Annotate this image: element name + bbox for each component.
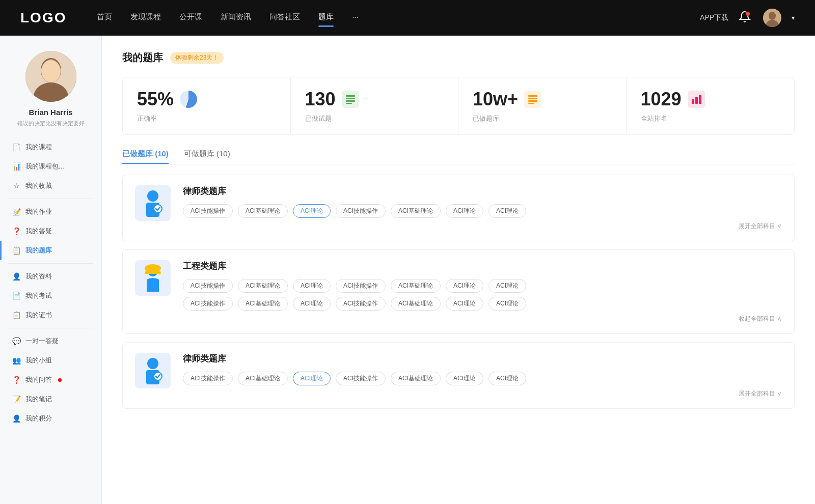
tag[interactable]: ACI基础理论 — [391, 297, 441, 311]
tag[interactable]: ACI理论 — [293, 279, 331, 293]
tag[interactable]: ACI理论 — [488, 204, 526, 218]
svg-rect-17 — [695, 97, 698, 104]
nav-news[interactable]: 新闻资讯 — [221, 12, 251, 24]
expand-link-lawyer1[interactable]: 展开全部科目 ∨ — [183, 222, 782, 231]
tag[interactable]: ACI理论 — [488, 297, 526, 311]
sidebar-item-my-qa[interactable]: ❓ 我的问答 — [0, 370, 101, 389]
user-avatar[interactable] — [763, 9, 781, 27]
tab-done[interactable]: 已做题库 (10) — [122, 149, 169, 164]
tag[interactable]: ACI技能操作 — [336, 372, 386, 385]
table-blue-icon — [342, 91, 359, 108]
favorites-icon: ☆ — [12, 182, 20, 190]
svg-rect-18 — [699, 95, 701, 104]
nav-more[interactable]: ··· — [352, 12, 359, 24]
question-bank-icon: 📋 — [12, 246, 20, 255]
tabs: 已做题库 (10) 可做题库 (10) — [122, 149, 795, 164]
svg-point-7 — [41, 60, 61, 82]
tag[interactable]: ACI基础理论 — [391, 372, 441, 385]
sidebar-menu: 📄 我的课程 📊 我的课程包... ☆ 我的收藏 📝 我的作业 ❓ 我的答疑 � — [0, 137, 101, 428]
trial-badge: 体验剩余23天！ — [170, 52, 224, 64]
tag[interactable]: ACI技能操作 — [183, 204, 233, 218]
sidebar-item-course-pack-label: 我的课程包... — [25, 162, 64, 171]
sidebar-item-favorites[interactable]: ☆ 我的收藏 — [0, 176, 101, 195]
tag[interactable]: ACI理论 — [446, 372, 483, 385]
tag-active[interactable]: ACI理论 — [293, 372, 331, 385]
group-icon: 👥 — [12, 356, 20, 365]
tag[interactable]: ACI技能操作 — [336, 204, 386, 218]
notification-bell-icon[interactable] — [739, 11, 753, 25]
tag[interactable]: ACI理论 — [446, 204, 483, 218]
nav-home[interactable]: 首页 — [97, 12, 112, 24]
main-content: 我的题库 体验剩余23天！ 55% 正确率 130 — [102, 36, 815, 504]
sidebar-item-courses[interactable]: 📄 我的课程 — [0, 137, 101, 157]
sidebar-item-exams-label: 我的考试 — [25, 291, 52, 300]
tag[interactable]: ACI理论 — [446, 279, 483, 293]
chevron-down-icon[interactable]: ▾ — [792, 14, 795, 21]
sidebar-item-certificates[interactable]: 📋 我的证书 — [0, 305, 101, 325]
tag[interactable]: ACI技能操作 — [183, 372, 233, 385]
navbar-menu: 首页 发现课程 公开课 新闻资讯 问答社区 题库 ··· — [97, 12, 700, 24]
tag[interactable]: ACI技能操作 — [183, 279, 233, 293]
nav-discover[interactable]: 发现课程 — [130, 12, 161, 24]
one-on-one-icon: 💬 — [12, 337, 20, 345]
sidebar-item-questions[interactable]: ❓ 我的答疑 — [0, 221, 101, 241]
stat-accuracy-top: 55% — [137, 89, 276, 110]
svg-rect-11 — [346, 103, 352, 104]
tag[interactable]: ACI理论 — [488, 279, 526, 293]
tab-available[interactable]: 可做题库 (10) — [184, 149, 230, 164]
sidebar: Brian Harris 错误的决定比没有决定要好 📄 我的课程 📊 我的课程包… — [0, 36, 102, 504]
profile-icon: 👤 — [12, 272, 20, 281]
expand-link-lawyer2[interactable]: 展开全部科目 ∨ — [183, 389, 782, 398]
stat-done-questions-label: 已做试题 — [305, 114, 444, 123]
tag-active[interactable]: ACI理论 — [293, 204, 331, 218]
sidebar-item-one-on-one[interactable]: 💬 一对一答疑 — [0, 331, 101, 351]
nav-question-bank[interactable]: 题库 — [318, 12, 334, 24]
tag[interactable]: ACI技能操作 — [336, 297, 386, 311]
category-card-engineering: 工程类题库 ACI技能操作 ACI基础理论 ACI理论 ACI技能操作 ACI基… — [122, 249, 795, 334]
tag[interactable]: ACI基础理论 — [391, 204, 441, 218]
sidebar-item-points[interactable]: 👤 我的积分 — [0, 409, 101, 428]
tag[interactable]: ACI技能操作 — [183, 297, 233, 311]
tag[interactable]: ACI基础理论 — [238, 279, 288, 293]
tag[interactable]: ACI理论 — [446, 297, 483, 311]
svg-rect-16 — [692, 99, 694, 104]
sidebar-item-one-on-one-label: 一对一答疑 — [25, 337, 59, 346]
tag[interactable]: ACI基础理论 — [391, 279, 441, 293]
sidebar-item-homework[interactable]: 📝 我的作业 — [0, 202, 101, 221]
tag[interactable]: ACI技能操作 — [336, 279, 386, 293]
nav-open-course[interactable]: 公开课 — [179, 12, 202, 24]
sidebar-item-course-pack[interactable]: 📊 我的课程包... — [0, 157, 101, 176]
sidebar-item-exams[interactable]: 📄 我的考试 — [0, 286, 101, 305]
tag[interactable]: ACI理论 — [488, 372, 526, 385]
svg-point-19 — [147, 190, 158, 202]
nav-qa[interactable]: 问答社区 — [269, 12, 300, 24]
stat-accuracy: 55% 正确率 — [123, 77, 291, 134]
lawyer-icon — [135, 185, 171, 221]
sidebar-item-profile[interactable]: 👤 我的资料 — [0, 267, 101, 286]
collapse-link-engineering[interactable]: 收起全部科目 ∧ — [183, 315, 782, 323]
tags-row-engineering-2: ACI技能操作 ACI基础理论 ACI理论 ACI技能操作 ACI基础理论 AC… — [183, 297, 782, 311]
certificates-icon: 📋 — [12, 311, 20, 319]
tags-row-lawyer2: ACI技能操作 ACI基础理论 ACI理论 ACI技能操作 ACI基础理论 AC… — [183, 372, 782, 385]
tag[interactable]: ACI理论 — [293, 297, 331, 311]
sidebar-item-question-bank[interactable]: 📋 我的题库 — [0, 241, 101, 260]
svg-point-25 — [147, 358, 158, 369]
notes-icon: 📝 — [12, 395, 20, 403]
stat-done-banks-value: 10w+ — [473, 89, 518, 110]
table-orange-icon — [524, 91, 541, 108]
svg-point-23 — [145, 264, 161, 272]
sidebar-item-homework-label: 我的作业 — [25, 207, 52, 216]
sidebar-item-courses-label: 我的课程 — [25, 143, 52, 152]
category-card-lawyer2: 律师类题库 ACI技能操作 ACI基础理论 ACI理论 ACI技能操作 ACI基… — [122, 342, 795, 409]
tag[interactable]: ACI基础理论 — [238, 372, 288, 385]
sidebar-item-notes[interactable]: 📝 我的笔记 — [0, 389, 101, 409]
tag[interactable]: ACI基础理论 — [238, 297, 288, 311]
sidebar-item-question-bank-label: 我的题库 — [25, 246, 52, 255]
svg-rect-14 — [528, 100, 537, 102]
questions-icon: ❓ — [12, 227, 20, 235]
sidebar-item-my-qa-label: 我的问答 — [25, 375, 52, 384]
sidebar-item-group[interactable]: 👥 我的小组 — [0, 351, 101, 370]
app-download-button[interactable]: APP下载 — [700, 13, 728, 22]
stat-done-banks-top: 10w+ — [473, 89, 612, 110]
tag[interactable]: ACI基础理论 — [238, 204, 288, 218]
